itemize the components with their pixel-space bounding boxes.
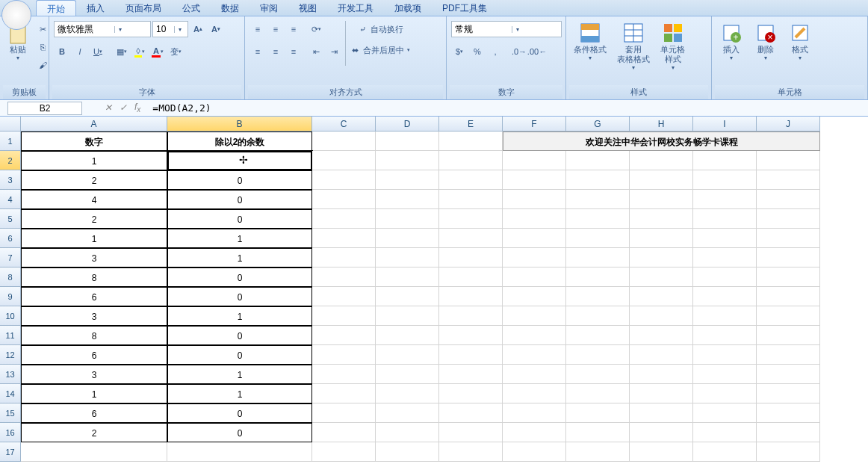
cell-F17[interactable] — [503, 442, 566, 462]
tab-1[interactable]: 插入 — [76, 0, 115, 16]
cell-F8[interactable] — [503, 267, 566, 287]
cell-A3[interactable]: 2 — [21, 170, 167, 190]
chevron-down-icon[interactable]: ▾ — [114, 26, 125, 33]
grow-font-button[interactable]: A▴ — [190, 21, 206, 37]
cell-F4[interactable] — [503, 190, 566, 209]
cell-E4[interactable] — [439, 190, 503, 209]
cell-F15[interactable] — [503, 403, 566, 423]
chevron-down-icon[interactable]: ▾ — [174, 26, 185, 33]
cell-H13[interactable] — [630, 365, 693, 384]
cell-A6[interactable]: 1 — [21, 229, 167, 248]
cell-J12[interactable] — [757, 345, 820, 365]
enter-formula-icon[interactable]: ✓ — [120, 102, 127, 113]
cell-G13[interactable] — [566, 365, 630, 384]
cell-G10[interactable] — [566, 306, 630, 326]
cell-B15[interactable]: 0 — [167, 403, 312, 423]
cell-H5[interactable] — [630, 209, 693, 229]
cell-I11[interactable] — [693, 326, 757, 345]
cell-G15[interactable] — [566, 403, 630, 423]
cell-C16[interactable] — [312, 423, 376, 442]
cell-C11[interactable] — [312, 326, 376, 345]
cell-C9[interactable] — [312, 287, 376, 306]
cell-C2[interactable] — [312, 151, 376, 170]
shrink-font-button[interactable]: A▾ — [208, 21, 224, 37]
align-center-button[interactable]: ≡ — [267, 43, 284, 60]
borders-button[interactable]: ▦▾ — [114, 43, 130, 60]
formula-input[interactable]: =MOD(A2,2) — [148, 101, 868, 115]
cell-H10[interactable] — [630, 306, 693, 326]
cell-G4[interactable] — [566, 190, 630, 209]
cell-C6[interactable] — [312, 229, 376, 248]
cell-E11[interactable] — [439, 326, 503, 345]
conditional-format-button[interactable]: 条件格式 ▾ — [569, 18, 611, 64]
cell-G12[interactable] — [566, 345, 630, 365]
tab-8[interactable]: 加载项 — [384, 0, 432, 16]
cell-H12[interactable] — [630, 345, 693, 365]
cut-button[interactable]: ✂ — [34, 21, 51, 37]
cell-B5[interactable]: 0 — [167, 209, 312, 229]
cell-E10[interactable] — [439, 306, 503, 326]
align-bottom-button[interactable]: ≡ — [285, 21, 302, 37]
cell-D9[interactable] — [376, 287, 439, 306]
cell-I14[interactable] — [693, 384, 757, 403]
col-header-F[interactable]: F — [503, 117, 566, 132]
row-header-14[interactable]: 14 — [0, 384, 21, 403]
cell-A12[interactable]: 6 — [21, 345, 167, 365]
cell-F16[interactable] — [503, 423, 566, 442]
row-header-5[interactable]: 5 — [0, 209, 21, 229]
cell-styles-button[interactable]: 单元格 样式 ▾ — [656, 18, 689, 74]
cell-G7[interactable] — [566, 248, 630, 267]
cell-F2[interactable] — [503, 151, 566, 170]
cell-I5[interactable] — [693, 209, 757, 229]
cell-A2[interactable]: 1 — [21, 151, 167, 170]
cell-H9[interactable] — [630, 287, 693, 306]
accounting-format-button[interactable]: $▾ — [451, 43, 468, 60]
wrap-text-button[interactable]: ⤶ 自动换行 — [349, 21, 413, 37]
cell-J7[interactable] — [757, 248, 820, 267]
cell-I9[interactable] — [693, 287, 757, 306]
cell-H7[interactable] — [630, 248, 693, 267]
tab-3[interactable]: 公式 — [172, 0, 211, 16]
cell-A9[interactable]: 6 — [21, 287, 167, 306]
cell-D7[interactable] — [376, 248, 439, 267]
col-header-D[interactable]: D — [376, 117, 439, 132]
cell-B3[interactable]: 0 — [167, 170, 312, 190]
cell-D14[interactable] — [376, 384, 439, 403]
cell-H14[interactable] — [630, 384, 693, 403]
cell-C13[interactable] — [312, 365, 376, 384]
cell-J14[interactable] — [757, 384, 820, 403]
cell-F12[interactable] — [503, 345, 566, 365]
cell-J6[interactable] — [757, 229, 820, 248]
cancel-formula-icon[interactable]: ✕ — [105, 102, 112, 113]
cell-D12[interactable] — [376, 345, 439, 365]
cell-J10[interactable] — [757, 306, 820, 326]
cell-B6[interactable]: 1 — [167, 229, 312, 248]
col-header-H[interactable]: H — [630, 117, 693, 132]
cell-J15[interactable] — [757, 403, 820, 423]
row-header-7[interactable]: 7 — [0, 248, 21, 267]
cell-I3[interactable] — [693, 170, 757, 190]
orientation-button[interactable]: ⟳▾ — [308, 21, 324, 37]
cell-A10[interactable]: 3 — [21, 306, 167, 326]
row-header-6[interactable]: 6 — [0, 229, 21, 248]
cell-A13[interactable]: 3 — [21, 365, 167, 384]
cell-I10[interactable] — [693, 306, 757, 326]
font-size-combo[interactable]: 10 ▾ — [152, 21, 188, 37]
cell-C1[interactable] — [312, 132, 376, 151]
cell-J5[interactable] — [757, 209, 820, 229]
cell-B13[interactable]: 1 — [167, 365, 312, 384]
cell-E13[interactable] — [439, 365, 503, 384]
cell-I16[interactable] — [693, 423, 757, 442]
cell-F1[interactable]: 欢迎关注中华会计网校实务畅学卡课程 — [503, 132, 820, 151]
cell-C8[interactable] — [312, 267, 376, 287]
cell-B17[interactable] — [167, 442, 312, 462]
cell-J9[interactable] — [757, 287, 820, 306]
worksheet-grid[interactable]: ABCDEFGHIJ 1234567891011121314151617 数字除… — [0, 117, 868, 467]
cell-A17[interactable] — [21, 442, 167, 462]
cell-C5[interactable] — [312, 209, 376, 229]
tab-5[interactable]: 审阅 — [249, 0, 288, 16]
cell-A7[interactable]: 3 — [21, 248, 167, 267]
align-left-button[interactable]: ≡ — [249, 43, 266, 60]
cell-G9[interactable] — [566, 287, 630, 306]
cell-J2[interactable] — [757, 151, 820, 170]
